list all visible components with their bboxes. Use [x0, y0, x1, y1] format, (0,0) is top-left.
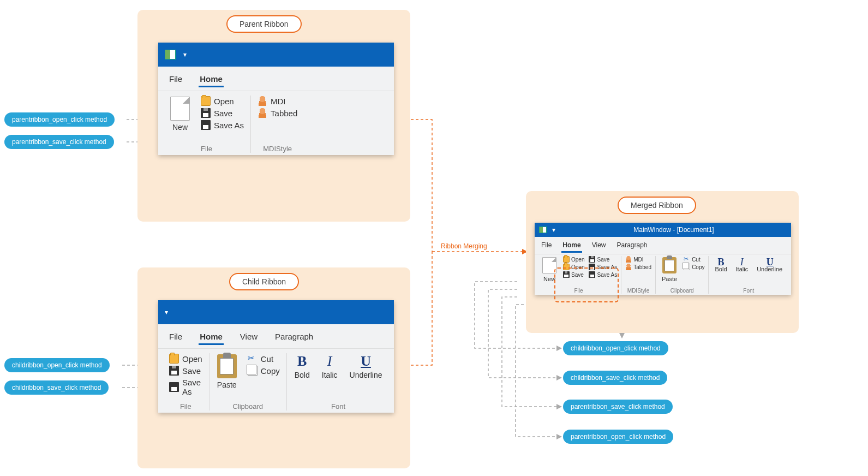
bold-button[interactable]: BBold: [291, 353, 313, 380]
group-font: BBold IItalic UUnderline Font: [287, 353, 390, 410]
save-icon: [589, 256, 595, 263]
tab-home[interactable]: Home: [199, 72, 224, 87]
bold-icon: B: [297, 354, 307, 368]
paste-icon: [662, 257, 677, 273]
save-icon: [169, 366, 179, 376]
italic-button[interactable]: IItalic: [319, 353, 341, 380]
parent-open-method-label: parentribbon_open_click method: [4, 112, 115, 127]
save-button[interactable]: Save: [199, 108, 246, 118]
group-mdistyle: MDI Tabbed MDIStyle: [621, 256, 656, 294]
tab-file[interactable]: File: [168, 330, 183, 345]
parent-save-method-label: parentribbon_save_click method: [4, 135, 114, 149]
merged-parent-open-label: parentribbon_open_click method: [563, 430, 673, 444]
save-button[interactable]: Save: [167, 365, 205, 376]
child-save-method-label: childribbon_save_click method: [4, 380, 109, 395]
merged-highlight: [554, 267, 619, 302]
cut-icon: [248, 354, 258, 364]
child-ribbon: ▾ File Home View Paragraph Open Save Sav…: [158, 300, 394, 413]
copy-icon: [684, 264, 690, 270]
folder-icon: [169, 354, 179, 364]
user-icon: [625, 264, 632, 270]
cut-button[interactable]: Cut: [683, 256, 705, 263]
cut-button[interactable]: Cut: [246, 353, 282, 364]
user-icon: [258, 96, 267, 106]
group-header: Clipboard: [232, 402, 263, 410]
paste-icon: [217, 354, 237, 378]
child-open-method-label: childribbon_open_click method: [4, 358, 110, 372]
qat-dropdown-icon[interactable]: ▾: [552, 226, 555, 234]
merged-ribbon-label: Merged Ribbon: [618, 197, 696, 214]
folder-icon: [201, 96, 211, 106]
group-clipboard: Paste Cut Copy Clipboard: [209, 353, 287, 410]
italic-button[interactable]: IItalic: [733, 256, 752, 273]
copy-button[interactable]: Copy: [246, 365, 282, 376]
save-button-2[interactable]: Save: [588, 256, 618, 263]
new-button[interactable]: New: [167, 96, 193, 133]
tab-file[interactable]: File: [540, 239, 553, 253]
titlebar: ▾ MainWindow - [Document1]: [535, 223, 791, 237]
titlebar: ▾: [158, 43, 394, 67]
mdi-button[interactable]: MDI: [624, 256, 653, 263]
parent-ribbon-label: Parent Ribbon: [226, 15, 302, 33]
saveas-button[interactable]: Save As: [167, 377, 205, 397]
paste-button[interactable]: Paste: [214, 353, 240, 390]
document-icon: [170, 97, 190, 121]
tab-file[interactable]: File: [168, 72, 183, 87]
group-header: File: [180, 402, 191, 410]
open-button[interactable]: Open: [167, 353, 205, 364]
tab-view[interactable]: View: [591, 239, 607, 253]
cut-icon: [684, 256, 690, 263]
underline-button[interactable]: UUnderline: [753, 256, 786, 273]
paste-button[interactable]: Paste: [659, 256, 680, 283]
italic-icon: I: [327, 354, 332, 368]
tab-home[interactable]: Home: [199, 330, 224, 345]
group-header: Clipboard: [671, 288, 694, 294]
merged-parent-save-label: parentribbon_save_click method: [563, 400, 673, 414]
tabbed-button[interactable]: Tabbed: [624, 264, 653, 270]
tabs: File Home: [158, 67, 394, 91]
user-icon: [258, 108, 267, 118]
tab-paragraph[interactable]: Paragraph: [615, 239, 648, 253]
group-header: MDIStyle: [627, 288, 650, 294]
child-ribbon-label: Child Ribbon: [229, 273, 299, 290]
save-icon: [201, 108, 211, 118]
tab-paragraph[interactable]: Paragraph: [274, 330, 314, 345]
mdi-button[interactable]: MDI: [255, 96, 300, 106]
saveas-icon: [169, 382, 179, 392]
group-file: New Open Save Save As File: [163, 96, 251, 153]
parent-ribbon: ▾ File Home New Open Save Save As File M…: [158, 43, 394, 155]
group-clipboard: Paste Cut Copy Clipboard: [656, 256, 709, 294]
italic-icon: I: [739, 257, 745, 264]
qat-dropdown-icon[interactable]: ▾: [183, 51, 187, 58]
user-icon: [625, 256, 632, 263]
open-button[interactable]: Open: [199, 96, 246, 106]
underline-icon: U: [361, 354, 371, 368]
group-file: Open Save Save As File: [163, 353, 209, 410]
group-font: BBold IItalic UUnderline Font: [709, 256, 788, 294]
titlebar: ▾: [158, 300, 394, 324]
group-header: File: [201, 145, 212, 153]
copy-icon: [248, 366, 258, 376]
tabs: File Home View Paragraph: [535, 237, 791, 254]
group-mdistyle: MDI Tabbed MDIStyle: [251, 96, 304, 153]
group-header: MDIStyle: [263, 145, 292, 153]
window-icon: [539, 227, 547, 233]
tabbed-button[interactable]: Tabbed: [255, 108, 300, 118]
group-header: Font: [743, 288, 754, 294]
tabs: File Home View Paragraph: [158, 324, 394, 349]
underline-icon: U: [767, 257, 773, 264]
merged-child-save-label: childribbon_save_click method: [563, 371, 667, 385]
saveas-button[interactable]: Save As: [199, 120, 246, 130]
qat-dropdown-icon[interactable]: ▾: [165, 308, 168, 316]
saveas-icon: [201, 120, 211, 130]
bold-button[interactable]: BBold: [711, 256, 730, 273]
copy-button[interactable]: Copy: [683, 264, 705, 270]
folder-icon: [563, 256, 570, 263]
open-button[interactable]: Open: [562, 256, 585, 263]
ribbon-merging-label: Ribbon Merging: [441, 242, 487, 250]
window-title: MainWindow - [Document1]: [561, 226, 787, 234]
bold-icon: B: [718, 257, 725, 264]
tab-view[interactable]: View: [239, 330, 259, 345]
underline-button[interactable]: UUnderline: [346, 353, 386, 380]
tab-home[interactable]: Home: [561, 239, 582, 253]
